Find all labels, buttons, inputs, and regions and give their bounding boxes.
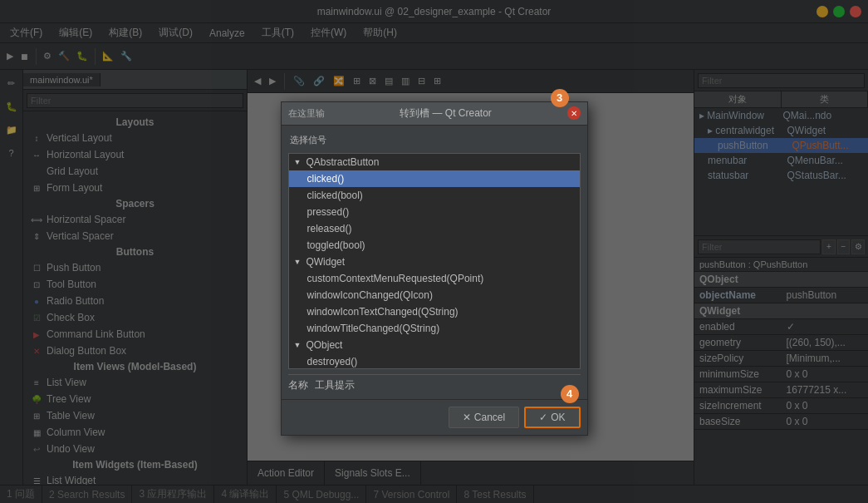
sig-group-qabstractbutton[interactable]: ▼ QAbstractButton [289, 154, 580, 170]
sig-expand-icon2: ▼ [294, 258, 302, 266]
modal-subtitle: 在这里输 [288, 107, 325, 120]
modal-close-btn[interactable]: ✕ [567, 106, 581, 120]
cancel-button[interactable]: ✕ Cancel [449, 407, 519, 428]
sig-group-qobject-name: QObject [306, 339, 342, 351]
sig-item-released[interactable]: released() [289, 220, 580, 237]
bottom-name-label: 名称 [288, 378, 308, 392]
modal-footer: 4 ✕ Cancel ✓ OK [282, 399, 587, 435]
sig-item-clicked[interactable]: clicked() [289, 170, 580, 187]
sig-expand-icon: ▼ [294, 158, 302, 166]
cancel-icon: ✕ [463, 412, 471, 423]
modal-title-bar: 在这里输 转到槽 — Qt Creator ✕ [282, 102, 587, 126]
signal-label: 选择信号 [288, 132, 581, 150]
badge-4: 4 [561, 385, 579, 403]
sig-item-icontextchanged[interactable]: windowIconTextChanged(QString) [289, 303, 580, 320]
signal-tree[interactable]: ▼ QAbstractButton clicked() clicked(bool… [288, 153, 581, 369]
sig-group-name: QAbstractButton [306, 156, 379, 168]
modal-body: 选择信号 ▼ QAbstractButton clicked() clicked… [282, 126, 587, 399]
sig-group-qwidget[interactable]: ▼ QWidget [289, 254, 580, 270]
ok-button[interactable]: ✓ OK [524, 407, 580, 428]
modal-dialog: 3 在这里输 转到槽 — Qt Creator ✕ 选择信号 ▼ QAbstra… [281, 101, 588, 436]
modal-title: 转到槽 — Qt Creator [325, 106, 567, 121]
sig-group-qwidget-name: QWidget [306, 256, 345, 268]
sig-group-qobject[interactable]: ▼ QObject [289, 337, 580, 353]
sig-expand-icon3: ▼ [294, 341, 302, 349]
ok-icon: ✓ [539, 412, 547, 423]
sig-item-destroyed[interactable]: destroyed() [289, 353, 580, 369]
bottom-hint-label: 工具提示 [315, 378, 355, 392]
modal-overlay: 3 在这里输 转到槽 — Qt Creator ✕ 选择信号 ▼ QAbstra… [0, 0, 868, 503]
sig-item-clicked-bool[interactable]: clicked(bool) [289, 187, 580, 204]
sig-item-toggled[interactable]: toggled(bool) [289, 237, 580, 254]
sig-item-titlechanged[interactable]: windowTitleChanged(QString) [289, 320, 580, 337]
sig-item-pressed[interactable]: pressed() [289, 204, 580, 220]
badge-3: 3 [551, 89, 569, 107]
sig-item-contextmenu[interactable]: customContextMenuRequested(QPoint) [289, 270, 580, 287]
sig-item-iconchanged[interactable]: windowIconChanged(QIcon) [289, 287, 580, 303]
